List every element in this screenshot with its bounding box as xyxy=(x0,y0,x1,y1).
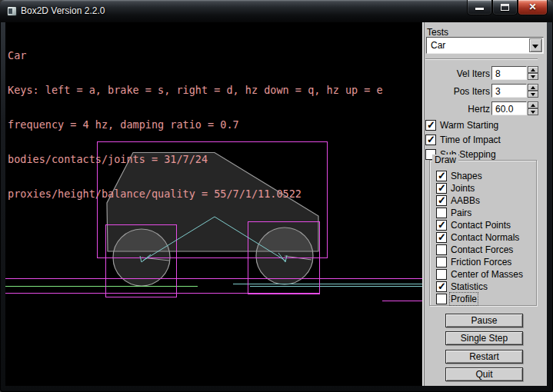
checkbox-label: Friction Forces xyxy=(451,257,511,267)
chevron-down-icon xyxy=(532,45,538,48)
hud-text: Car Keys: left = a, brake = s, right = d… xyxy=(8,27,383,223)
spinner-up-button[interactable] xyxy=(528,66,538,73)
checkbox-label: Warm Starting xyxy=(440,120,498,131)
pos-iters-value: 3 xyxy=(495,86,501,97)
checkbox-label: Center of Masses xyxy=(451,269,523,280)
arrow-down-icon xyxy=(531,75,535,78)
draw-groupbox-title: Draw xyxy=(432,154,458,165)
checkbox-label: Statistics xyxy=(451,281,488,292)
app-window: Box2D Version 2.2.0 ✕ xyxy=(0,0,553,392)
spinner-down-button[interactable] xyxy=(528,91,538,98)
hud-line-title: Car xyxy=(8,50,383,61)
minimize-icon xyxy=(475,8,484,10)
hertz-spinner xyxy=(528,101,538,115)
spinner-up-button[interactable] xyxy=(528,84,538,91)
checkbox-box[interactable] xyxy=(436,294,447,304)
checkbox-label: Time of Impact xyxy=(440,135,501,145)
checkbox-label: Joints xyxy=(451,183,475,194)
arrow-up-icon xyxy=(531,68,535,71)
minimize-button[interactable] xyxy=(467,0,492,15)
checkbox-box[interactable] xyxy=(436,244,447,255)
restart-button[interactable]: Restart xyxy=(445,350,523,364)
separator xyxy=(425,58,538,60)
app-icon xyxy=(7,6,17,16)
checkbox-box[interactable] xyxy=(425,135,436,145)
hertz-value: 60.0 xyxy=(495,104,513,115)
checkbox-box[interactable] xyxy=(436,208,447,218)
checkbox-label: Pairs xyxy=(451,208,471,218)
spinner-up-button[interactable] xyxy=(528,101,538,108)
arrow-down-icon xyxy=(531,111,535,114)
checkbox-label: Contact Forces xyxy=(451,244,513,255)
spinner-down-button[interactable] xyxy=(528,73,538,80)
hud-line-frequency: frequency = 4 hz, damping ratio = 0.7 xyxy=(8,119,383,131)
single-step-button[interactable]: Single Step xyxy=(445,331,523,345)
pause-button[interactable]: Pause xyxy=(445,314,523,327)
vel-iters-field[interactable]: 8 xyxy=(491,66,527,80)
hertz-label: Hertz xyxy=(424,104,490,115)
checkbox-box[interactable] xyxy=(436,232,447,243)
checkbox-box[interactable] xyxy=(436,281,447,292)
checkbox-box[interactable] xyxy=(436,195,447,206)
arrow-up-icon xyxy=(531,86,535,89)
arrow-down-icon xyxy=(531,93,535,96)
pos-iters-spinner xyxy=(528,84,538,98)
spinner-down-button[interactable] xyxy=(528,108,538,115)
window-title: Box2D Version 2.2.0 xyxy=(21,0,105,22)
checkbox-label: Shapes xyxy=(451,171,482,181)
gl-canvas[interactable]: Car Keys: left = a, brake = s, right = d… xyxy=(5,22,422,386)
dropdown-arrow-button[interactable] xyxy=(529,38,542,52)
hud-line-quality: proxies/height/balance/quality = 55/7/1/… xyxy=(8,188,383,200)
arrow-up-icon xyxy=(531,104,535,107)
checkbox-box[interactable] xyxy=(436,220,447,231)
vel-iters-value: 8 xyxy=(495,68,501,79)
checkbox-box[interactable] xyxy=(436,171,447,181)
pos-iters-label: Pos Iters xyxy=(424,86,490,97)
tests-label: Tests xyxy=(427,27,448,38)
hud-line-stats: bodies/contacts/joints = 31/7/24 xyxy=(8,154,383,165)
maximize-button[interactable] xyxy=(492,0,518,15)
side-panel: Tests Car Vel Iters 8 Pos Iters 3 Hertz xyxy=(422,22,547,386)
checkbox-label: Contact Normals xyxy=(451,232,519,243)
quit-button[interactable]: Quit xyxy=(445,367,523,381)
checkbox-label: Contact Points xyxy=(451,220,511,231)
titlebar[interactable]: Box2D Version 2.2.0 ✕ xyxy=(0,0,553,22)
checkbox-box[interactable] xyxy=(436,269,447,280)
tests-dropdown[interactable]: Car xyxy=(426,37,544,54)
dropdown-value: Car xyxy=(431,40,445,51)
vel-iters-label: Vel Iters xyxy=(424,68,490,79)
close-button[interactable]: ✕ xyxy=(518,0,548,15)
checkbox-box[interactable] xyxy=(436,257,447,267)
checkbox-label: Profile xyxy=(451,294,477,304)
pos-iters-field[interactable]: 3 xyxy=(491,84,527,98)
checkbox-box[interactable] xyxy=(436,183,447,194)
vel-iters-spinner xyxy=(528,66,538,80)
maximize-icon xyxy=(501,4,509,11)
hertz-field[interactable]: 60.0 xyxy=(491,101,527,115)
close-icon: ✕ xyxy=(518,0,547,15)
checkbox-label: AABBs xyxy=(451,195,480,206)
checkbox-box[interactable] xyxy=(425,120,436,131)
hud-line-keys: Keys: left = a, brake = s, right = d, hz… xyxy=(8,85,383,96)
